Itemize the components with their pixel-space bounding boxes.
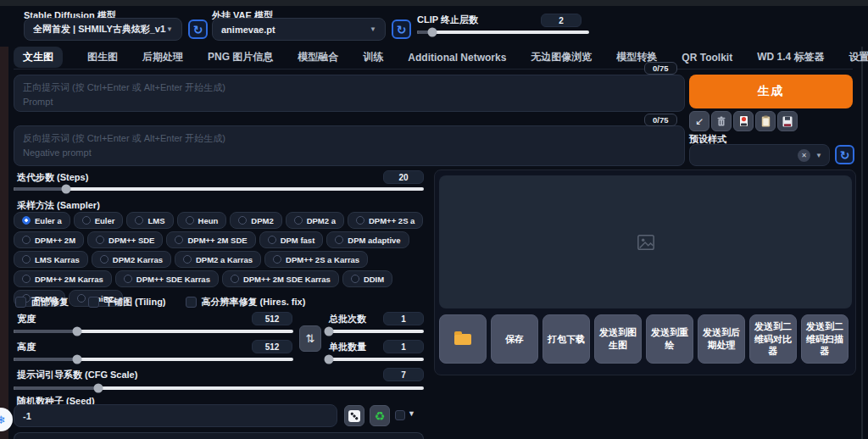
sampler-option[interactable]: DPM++ 2M — [14, 231, 84, 248]
sampler-option[interactable]: DPM++ 2M SDE Karras — [222, 270, 339, 287]
save-style-button[interactable] — [777, 111, 798, 131]
tab-7[interactable]: 无边图像浏览 — [531, 50, 592, 64]
send-to-inpaint-button[interactable]: 发送到重绘 — [646, 314, 693, 364]
batch-count-value[interactable]: 1 — [383, 312, 424, 325]
styles-dropdown[interactable]: ✕ ▼ — [689, 144, 830, 166]
random-seed-button[interactable] — [344, 405, 364, 426]
negative-placeholder-line2: Negative prompt — [23, 146, 676, 160]
height-value[interactable]: 512 — [252, 340, 292, 353]
sampler-option[interactable]: DPM2 — [230, 212, 281, 229]
radio-icon — [186, 216, 194, 225]
scrollbar-track[interactable] — [861, 47, 863, 439]
tab-1[interactable]: 图生图 — [87, 50, 118, 64]
width-value[interactable]: 512 — [252, 312, 292, 325]
send-to-qr-scan-button[interactable]: 发送到二维码扫描器 — [801, 314, 849, 364]
prompt-textarea[interactable]: 正向提示词 (按 Ctrl+Enter 或 Alt+Enter 开始生成) Pr… — [14, 75, 685, 112]
sampler-option[interactable]: DPM++ 2S a — [348, 212, 423, 229]
negative-token-counter: 0/75 — [644, 114, 677, 126]
tab-11[interactable]: 设置 — [849, 50, 868, 64]
refresh-styles-button[interactable]: ↻ — [835, 145, 854, 164]
floating-helper-button[interactable]: ❄ — [0, 408, 13, 431]
height-slider[interactable] — [14, 358, 293, 361]
negative-placeholder-line1: 反向提示词 (按 Ctrl+Enter 或 Alt+Enter 开始生成) — [23, 131, 676, 146]
sampler-option[interactable]: DPM++ 2M Karras — [14, 270, 112, 287]
tab-5[interactable]: 训练 — [363, 50, 383, 64]
slider-handle[interactable] — [72, 327, 81, 336]
refresh-vae-button[interactable]: ↻ — [392, 19, 411, 39]
sampler-option[interactable]: DPM++ SDE — [87, 231, 163, 248]
batch-count-slider[interactable] — [329, 330, 424, 333]
negative-prompt-textarea[interactable]: 反向提示词 (按 Ctrl+Enter 或 Alt+Enter 开始生成) Ne… — [14, 125, 685, 166]
sampler-option[interactable]: LMS — [126, 212, 173, 229]
extra-networks-button[interactable] — [733, 111, 754, 131]
slider-handle[interactable] — [72, 355, 81, 364]
clip-skip-slider[interactable] — [417, 31, 589, 34]
chevron-down-icon: ▼ — [815, 152, 822, 159]
clear-prompt-button[interactable] — [711, 111, 732, 131]
refresh-sd-model-button[interactable]: ↻ — [188, 19, 208, 39]
sampler-option[interactable]: DPM2 a — [286, 212, 344, 229]
output-actions-row: 保存打包下载发送到图生图发送到重绘发送到后期处理发送到二维码对比器发送到二维码扫… — [439, 314, 849, 364]
tab-9[interactable]: QR Toolkit — [682, 52, 732, 64]
steps-slider[interactable] — [14, 187, 424, 191]
batch-size-slider[interactable] — [329, 358, 424, 361]
batch-size-label: 单批数量 — [329, 341, 366, 353]
checkbox-item[interactable]: 平铺图 (Tiling) — [88, 296, 166, 308]
reuse-seed-button[interactable]: ♻ — [370, 405, 390, 426]
sampler-option[interactable]: Heun — [177, 212, 227, 229]
slider-handle[interactable] — [325, 327, 334, 336]
steps-value[interactable]: 20 — [383, 170, 424, 184]
sd-model-dropdown[interactable]: 全网首发 | SHMILY古典炫彩_v1.0.safetensors [ ▼ — [24, 18, 182, 41]
sampler-option[interactable]: Euler — [74, 212, 124, 229]
slider-handle[interactable] — [428, 28, 437, 37]
sampler-option[interactable]: DPM fast — [259, 231, 324, 248]
chevron-down-icon: ▼ — [370, 25, 376, 33]
seed-input[interactable]: -1 — [14, 404, 337, 427]
batch-size-value[interactable]: 1 — [383, 340, 424, 353]
vae-dropdown[interactable]: animevae.pt ▼ — [212, 18, 386, 41]
output-gallery[interactable] — [439, 175, 852, 308]
open-folder-button[interactable] — [439, 314, 487, 364]
sampler-option[interactable]: DDIM — [342, 270, 392, 287]
sampler-option[interactable]: DPM2 a Karras — [175, 251, 261, 268]
tab-0[interactable]: 文生图 — [14, 47, 63, 68]
zip-download-button[interactable]: 打包下载 — [542, 314, 590, 364]
tab-3[interactable]: PNG 图片信息 — [208, 50, 273, 64]
sampler-option[interactable]: Euler a — [14, 212, 70, 229]
checkbox-item[interactable]: 面部修复 — [15, 296, 69, 308]
radio-icon — [22, 236, 31, 244]
send-to-extras-button[interactable]: 发送到后期处理 — [698, 314, 745, 364]
feature-checkbox-row: 面部修复平铺图 (Tiling)高分辨率修复 (Hires. fix) — [15, 296, 305, 308]
slider-handle[interactable] — [325, 355, 334, 364]
apply-styles-button[interactable] — [755, 111, 776, 131]
checkbox-item[interactable]: 高分辨率修复 (Hires. fix) — [186, 296, 306, 308]
slider-handle[interactable] — [61, 185, 70, 194]
sampler-option[interactable]: DPM adaptive — [326, 231, 409, 248]
clear-icon[interactable]: ✕ — [798, 149, 810, 162]
sampler-option[interactable]: LMS Karras — [14, 251, 88, 268]
sampler-option[interactable]: DPM++ 2M SDE — [166, 231, 255, 248]
send-to-img2img-button[interactable]: 发送到图生图 — [594, 314, 642, 364]
swap-dimensions-button[interactable]: ⇅ — [299, 325, 321, 352]
tab-6[interactable]: Additional Networks — [408, 52, 506, 64]
tab-4[interactable]: 模型融合 — [298, 50, 338, 64]
sampler-option[interactable]: DPM2 Karras — [92, 251, 171, 268]
width-slider[interactable] — [14, 330, 293, 333]
tab-2[interactable]: 后期处理 — [142, 50, 183, 64]
clip-skip-value[interactable]: 2 — [541, 14, 581, 27]
radio-icon — [135, 216, 143, 225]
sampler-option[interactable]: DPM++ SDE Karras — [115, 270, 219, 287]
send-to-qr-compare-button[interactable]: 发送到二维码对比器 — [749, 314, 797, 364]
cfg-value[interactable]: 7 — [383, 368, 424, 381]
tab-10[interactable]: WD 1.4 标签器 — [757, 50, 824, 64]
slider-handle[interactable] — [94, 384, 103, 393]
save-button[interactable]: 保存 — [491, 314, 538, 364]
radio-icon — [22, 275, 31, 283]
generate-button[interactable]: 生成 — [689, 75, 853, 108]
collapsed-accordion-panel[interactable] — [14, 432, 424, 439]
seed-extra-checkbox[interactable] — [395, 410, 405, 420]
paste-params-button[interactable]: ↙ — [689, 111, 709, 131]
cfg-slider[interactable] — [14, 386, 424, 390]
results-panel: 保存打包下载发送到图生图发送到重绘发送到后期处理发送到二维码对比器发送到二维码扫… — [434, 169, 856, 375]
sampler-option[interactable]: DPM++ 2S a Karras — [264, 251, 368, 268]
